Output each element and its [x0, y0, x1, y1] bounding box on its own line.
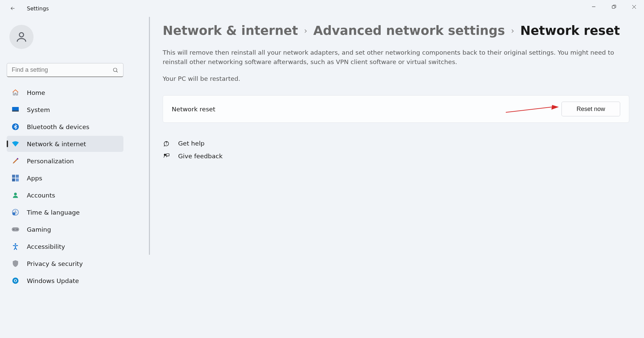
bluetooth-icon [11, 123, 19, 131]
breadcrumb-level3: Network reset [520, 23, 620, 38]
give-feedback-link[interactable]: Give feedback [163, 152, 629, 160]
chevron-right-icon: › [304, 26, 307, 36]
sidebar-item-bluetooth[interactable]: Bluetooth & devices [7, 119, 123, 135]
svg-point-20 [17, 229, 18, 230]
page-description: This will remove then reinstall all your… [163, 48, 626, 67]
sidebar-item-gaming[interactable]: Gaming [7, 221, 123, 237]
svg-rect-11 [12, 175, 15, 178]
svg-point-26 [164, 154, 166, 156]
feedback-icon [163, 152, 170, 160]
nav-label: Gaming [27, 226, 51, 233]
minimize-button[interactable] [584, 0, 604, 13]
nav-label: Personalization [27, 158, 74, 165]
home-icon [11, 89, 19, 97]
sidebar-item-personalization[interactable]: Personalization [7, 153, 123, 169]
feedback-label: Give feedback [178, 153, 223, 160]
gamepad-icon [11, 225, 19, 233]
card-title: Network reset [172, 106, 215, 113]
titlebar: Settings [0, 0, 644, 17]
network-reset-card: Network reset Reset now [163, 95, 629, 123]
apps-icon [11, 174, 19, 182]
sidebar-item-time-language[interactable]: Time & language [7, 204, 123, 220]
close-button[interactable] [624, 0, 644, 13]
sidebar-item-home[interactable]: Home [7, 84, 123, 101]
sidebar-item-accounts[interactable]: Accounts [7, 187, 123, 203]
get-help-link[interactable]: Get help [163, 139, 629, 147]
nav-label: Apps [27, 175, 42, 182]
sidebar: Home System Bluetooth & devices Network … [0, 17, 129, 338]
restart-note: Your PC will be restarted. [163, 74, 626, 83]
shield-icon [11, 260, 19, 268]
clock-globe-icon [11, 208, 19, 216]
accounts-icon [11, 191, 19, 199]
svg-marker-24 [551, 105, 559, 110]
maximize-button[interactable] [604, 0, 624, 13]
svg-rect-27 [166, 154, 169, 156]
sidebar-item-windows-update[interactable]: Windows Update [7, 273, 123, 289]
sidebar-item-privacy[interactable]: Privacy & security [7, 256, 123, 272]
sidebar-item-accessibility[interactable]: Accessibility [7, 238, 123, 255]
sidebar-item-network[interactable]: Network & internet [7, 136, 123, 152]
nav-label: System [27, 106, 50, 113]
svg-rect-13 [12, 178, 15, 181]
search-field[interactable] [12, 66, 112, 73]
sidebar-item-system[interactable]: System [7, 102, 123, 118]
avatar[interactable] [9, 25, 34, 49]
svg-point-4 [19, 33, 24, 37]
help-icon [163, 139, 170, 147]
svg-rect-18 [12, 227, 19, 231]
svg-rect-12 [16, 175, 19, 178]
arrow-left-icon [10, 5, 16, 11]
svg-point-17 [12, 212, 15, 215]
accessibility-icon [11, 242, 19, 250]
app-title: Settings [27, 5, 49, 12]
svg-line-6 [116, 71, 118, 72]
svg-point-22 [12, 278, 18, 284]
svg-point-25 [166, 144, 167, 144]
reset-now-button[interactable]: Reset now [561, 102, 620, 116]
maximize-icon [612, 5, 616, 9]
search-icon [112, 67, 118, 73]
nav-label: Windows Update [27, 277, 79, 284]
svg-point-21 [15, 243, 16, 245]
breadcrumb-level1[interactable]: Network & internet [163, 23, 298, 38]
main-content: Network & internet › Advanced network se… [129, 17, 644, 338]
nav-label: Accessibility [27, 243, 65, 250]
svg-line-23 [506, 107, 552, 112]
update-icon [11, 277, 19, 285]
annotation-arrow-icon [505, 105, 559, 114]
nav-label: Network & internet [27, 140, 86, 148]
svg-rect-14 [16, 178, 19, 181]
nav-label: Privacy & security [27, 260, 83, 267]
minimize-icon [592, 5, 596, 9]
svg-point-19 [13, 229, 14, 230]
search-input[interactable] [7, 63, 123, 77]
help-label: Get help [178, 140, 205, 147]
close-icon [632, 5, 636, 9]
svg-point-5 [113, 68, 117, 72]
nav-label: Time & language [27, 209, 80, 216]
svg-rect-8 [12, 111, 19, 112]
window-controls [584, 0, 644, 13]
svg-point-10 [17, 158, 18, 160]
sidebar-item-apps[interactable]: Apps [7, 170, 123, 186]
nav-list: Home System Bluetooth & devices Network … [7, 84, 123, 289]
svg-rect-1 [612, 6, 615, 8]
nav-label: Home [27, 89, 45, 96]
user-icon [15, 31, 28, 43]
brush-icon [11, 157, 19, 165]
back-button[interactable] [6, 2, 19, 15]
nav-label: Accounts [27, 192, 55, 199]
wifi-icon [11, 140, 19, 148]
breadcrumb-level2[interactable]: Advanced network settings [313, 23, 505, 38]
chevron-right-icon: › [511, 26, 514, 36]
svg-point-15 [14, 193, 17, 195]
breadcrumb: Network & internet › Advanced network se… [163, 23, 629, 38]
nav-label: Bluetooth & devices [27, 123, 89, 130]
system-icon [11, 106, 19, 114]
